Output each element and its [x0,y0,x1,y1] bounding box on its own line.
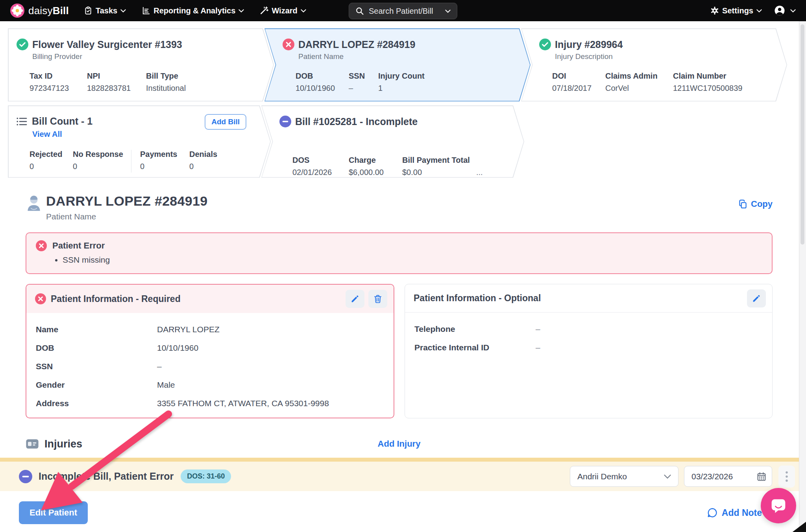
nav-account-menu[interactable] [774,5,796,17]
view-all-link[interactable]: View All [32,130,62,139]
speech-bubble-icon [707,507,718,518]
chat-bubble-icon [768,495,789,516]
field-dos: DOS 02/01/2026 [292,156,349,177]
field-doi: DOI 07/18/2017 [552,72,605,93]
brand-logo[interactable]: daisyBill [10,4,69,18]
scrollbar-thumb[interactable] [800,24,804,245]
row-address: Address3355 FATHOM CT, ATWATER, CA 95301… [36,399,384,408]
copy-button[interactable]: Copy [738,199,773,209]
field-tax-id: Tax ID 972347123 [30,72,87,93]
footer-actions: Edit Patient Add Note [0,501,806,524]
stats-divider [131,150,131,173]
field-claims-admin: Claims Admin CorVel [605,72,673,93]
field-dob: DOB 10/10/1960 [296,72,349,93]
add-bill-button[interactable]: Add Bill [205,114,246,130]
page-subtitle: Patient Name [46,212,207,221]
check-circle-icon [17,39,28,50]
chevron-down-icon [790,9,796,13]
breadcrumb-injury[interactable]: Injury #289964 Injury Description DOI 07… [521,28,787,101]
brand-name: daisyBill [28,5,69,17]
error-circle-icon [35,293,46,304]
row-telephone: Telephone– [414,324,763,334]
user-avatar-icon [774,5,786,17]
top-nav: daisyBill Tasks Reporting & Analytics [0,0,806,21]
provider-subtitle: Billing Provider [32,52,258,61]
gear-icon [710,6,719,15]
breadcrumb-patient[interactable]: DARRYL LOPEZ #284919 Patient Name DOB 10… [264,28,531,101]
alert-title: Patient Error [52,241,105,251]
assignee-select[interactable]: Andrii Demko [570,466,678,487]
report-chart-icon [142,6,150,15]
page: daisyBill Tasks Reporting & Analytics [0,0,806,532]
edit-required-button[interactable] [346,290,364,308]
field-charge: Charge $6,000.00 [349,156,402,177]
error-circle-icon [283,39,294,50]
page-title: DARRYL LOPEZ #284919 [46,193,207,209]
add-note-link[interactable]: Add Note [707,507,762,518]
search-patient-bill[interactable]: Search Patient/Bill [349,3,457,19]
nav-tasks[interactable]: Tasks [84,6,126,15]
chevron-down-icon [664,474,671,479]
chevron-down-icon [301,9,306,13]
assignee-value: Andrii Demko [577,472,664,481]
edit-patient-button[interactable]: Edit Patient [19,501,88,524]
dos-badge: DOS: 31-60 [181,469,231,483]
bill-title: Bill #1025281 - Incomplete [295,116,418,127]
kebab-menu-icon [785,471,788,482]
chevron-down-icon [445,9,451,13]
chevron-down-icon [120,9,126,13]
injuries-section-header: Injuries Add Injury [26,436,773,452]
patient-title: DARRYL LOPEZ #284919 [298,39,415,50]
patient-info-optional-card: Patient Information - Optional Telephone… [405,284,773,418]
search-placeholder: Search Patient/Bill [369,7,440,16]
main-content: DARRYL LOPEZ #284919 Patient Name Copy P… [0,193,806,452]
patient-info-required-card: Patient Information - Required [26,284,394,418]
field-bill-type: Bill Type Institutional [146,72,186,93]
required-card-title: Patient Information - Required [51,294,181,304]
pencil-icon [350,294,360,304]
breadcrumb-billing-provider[interactable]: Flower Valley Surgicenter #1393 Billing … [8,28,274,101]
injury-card-icon [26,439,39,449]
row-menu-button[interactable] [778,466,795,488]
chat-widget-button[interactable] [761,488,796,523]
date-value: 03/23/2026 [691,472,757,481]
stat-no-response: No Response 0 [73,150,131,171]
bill-card[interactable]: Bill #1025281 - Incomplete DOS 02/01/202… [261,105,524,178]
row-ssn: SSN– [36,362,384,371]
row-dob: DOB10/10/1960 [36,343,384,353]
row-practice-internal-id: Practice Internal ID– [414,343,763,352]
scrollbar-track[interactable] [799,21,806,532]
incomplete-circle-icon [19,470,32,483]
incomplete-circle-icon [279,116,291,127]
nav-reporting-analytics[interactable]: Reporting & Analytics [142,6,244,15]
field-ssn: SSN – [349,72,378,93]
edit-optional-button[interactable] [747,289,766,307]
injury-title: Injury #289964 [555,39,623,50]
patient-icon [26,194,42,212]
stat-rejected: Rejected 0 [30,150,73,171]
calendar-icon [757,472,766,481]
list-icon [17,117,27,126]
field-injury-count: Injury Count 1 [378,72,425,93]
row-name: NameDARRYL LOPEZ [36,325,384,334]
alert-item: SSN missing [63,255,762,265]
bill-card-ellipsis[interactable]: ... [476,156,483,177]
magic-wand-icon [260,6,268,15]
clipboard-icon [84,6,92,15]
nav-settings[interactable]: Settings [710,6,762,15]
patient-header: DARRYL LOPEZ #284919 Patient Name Copy [26,193,773,221]
bill-count-title: Bill Count - 1 [32,116,92,127]
date-input[interactable]: 03/23/2026 [684,466,772,487]
add-injury-link[interactable]: Add Injury [378,439,421,449]
trash-icon [373,294,383,304]
stat-payments: Payments 0 [140,150,189,171]
breadcrumb-cards: Flower Valley Surgicenter #1393 Billing … [0,21,806,178]
delete-required-button[interactable] [368,290,387,308]
bill-count-card[interactable]: Bill Count - 1 Add Bill View All Rejecte… [8,105,271,178]
error-circle-icon [36,240,47,251]
injury-status-row[interactable]: Incomplete Bill, Patient Error DOS: 31-6… [0,458,806,491]
nav-wizard[interactable]: Wizard [260,6,306,15]
daisy-flower-icon [10,4,24,18]
row-gender: GenderMale [36,380,384,390]
optional-card-title: Patient Information - Optional [414,293,541,304]
